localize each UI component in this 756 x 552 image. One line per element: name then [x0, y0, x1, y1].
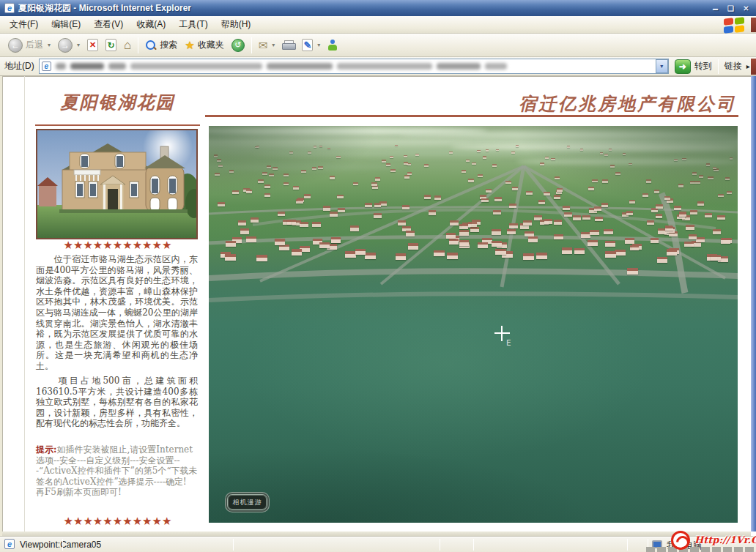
refresh-button[interactable]: ↻ — [102, 37, 120, 53]
tip-text-2: 再F5刷新本页面即可! — [36, 487, 122, 497]
favorites-button[interactable]: ★ 收藏夹 — [181, 37, 227, 54]
left-rule — [35, 124, 200, 126]
home-button[interactable]: ⌂ — [120, 37, 135, 53]
browser-window: e 夏阳银湖花园 - Microsoft Internet Explorer 文… — [0, 0, 756, 552]
star-divider-top: ★★★★★★★★★★★ — [35, 239, 200, 252]
minimize-icon[interactable] — [710, 3, 721, 13]
right-rule — [205, 115, 738, 117]
edge-strip-address — [751, 59, 756, 75]
links-label[interactable]: 链接 — [724, 60, 750, 72]
page-scrollbar[interactable] — [751, 76, 756, 532]
page-left-divider — [24, 76, 25, 532]
star-divider-bottom: ★★★★★★★★★★★ — [35, 515, 200, 528]
go-label[interactable]: 转到 — [694, 60, 712, 72]
title-bar: e 夏阳银湖花园 - Microsoft Internet Explorer — [0, 0, 756, 16]
back-button[interactable]: ← 后退 — [4, 36, 54, 55]
3d-viewport[interactable]: E 相机漫游 — [209, 126, 738, 523]
address-label: 地址(D) — [4, 60, 34, 72]
back-label: 后退 — [26, 39, 43, 51]
cursor-mode-label: E — [506, 338, 511, 348]
menu-help[interactable]: 帮助(H) — [215, 16, 258, 33]
maximize-icon[interactable] — [725, 3, 736, 13]
messenger-button[interactable] — [324, 37, 341, 53]
plugin-tip: 提示:如插件安装被阻止,请设置Internet选项--安全---自定义级别---… — [36, 444, 200, 498]
viewer-mode-button[interactable]: 相机漫游 — [227, 494, 267, 510]
refresh-icon: ↻ — [105, 39, 116, 51]
home-icon: ⌂ — [124, 39, 131, 51]
history-button[interactable]: ↺ — [228, 37, 248, 54]
favorites-label: 收藏夹 — [198, 39, 224, 51]
favorites-star-icon: ★ — [185, 39, 194, 52]
villa-photo — [36, 129, 198, 239]
window-title: 夏阳银湖花园 - Microsoft Internet Explorer — [18, 2, 191, 15]
menu-tools[interactable]: 工具(T) — [172, 16, 214, 33]
intro-paragraph: 位于宿迁市骆马湖生态示范区内，东面是400平方公里的骆马湖，风景秀丽、烟波浩淼。… — [36, 254, 198, 372]
toolbar-separator — [251, 37, 252, 53]
standard-buttons-toolbar: ← 后退 → ✕ ↻ ⌂ 搜索 ★ 收藏夹 ↺ ✉ — [0, 34, 756, 57]
menu-bar: 文件(F) 编辑(E) 查看(V) 收藏(A) 工具(T) 帮助(H) — [0, 16, 756, 34]
windows-logo-icon — [724, 17, 746, 33]
mail-button[interactable]: ✉ — [255, 37, 279, 54]
watermark-logo-icon — [671, 531, 690, 550]
toolbar-separator — [138, 37, 138, 53]
addressbar-separator — [718, 59, 719, 74]
page-icon: e — [42, 61, 51, 71]
site-title: 夏阳银湖花园 — [35, 91, 200, 114]
menu-favorites[interactable]: 收藏(A) — [130, 16, 172, 33]
back-icon: ← — [8, 38, 23, 53]
stop-button[interactable]: ✕ — [84, 37, 102, 53]
forward-icon: → — [58, 38, 73, 53]
project-paragraph: 项目占地500亩，总建筑面积163610.5平方米，共设计建造400多栋独立欧式… — [36, 376, 198, 429]
search-label: 搜索 — [160, 39, 177, 51]
print-icon — [282, 40, 294, 51]
edit-button[interactable]: ✎ — [298, 37, 324, 53]
menu-view[interactable]: 查看(V) — [87, 16, 130, 33]
watermark-url: Http://1Vr.Cn — [694, 534, 756, 545]
ie-logo-icon: e — [4, 3, 15, 13]
tip-text: 如插件安装被阻止,请设置Internet选项--安全---自定义级别---安全设… — [36, 444, 198, 487]
menu-edit[interactable]: 编辑(E) — [45, 16, 87, 33]
address-input[interactable]: e — [39, 59, 669, 74]
search-icon — [145, 40, 157, 51]
blurred-url — [51, 63, 656, 70]
edge-strip-top — [751, 18, 756, 32]
page-content: 夏阳银湖花园 宿迁亿兆房地产有限公司 — [0, 76, 756, 536]
address-bar: 地址(D) e 转到 链接 — [0, 57, 756, 76]
menu-file[interactable]: 文件(F) — [3, 16, 45, 33]
search-button[interactable]: 搜索 — [141, 37, 181, 53]
status-page-icon: e — [4, 539, 15, 549]
watermark-clipped-text — [646, 547, 754, 552]
stop-icon: ✕ — [87, 39, 98, 51]
scene-vignette — [209, 126, 738, 523]
tip-label: 提示: — [36, 444, 56, 455]
forward-button[interactable]: → — [54, 36, 84, 55]
history-icon: ↺ — [231, 39, 245, 52]
messenger-icon — [327, 40, 338, 51]
status-bar: e Viewpoint:Camera05 我的电脑 — [0, 536, 756, 552]
edit-icon: ✎ — [302, 39, 313, 51]
print-button[interactable] — [278, 38, 298, 53]
go-icon[interactable] — [675, 59, 691, 74]
viewpoint-status: Viewpoint:Camera05 — [20, 540, 101, 550]
address-dropdown-icon[interactable] — [656, 59, 668, 73]
mail-icon: ✉ — [259, 39, 268, 52]
close-icon[interactable] — [741, 3, 752, 13]
company-name: 宿迁亿兆房地产有限公司 — [315, 92, 736, 116]
